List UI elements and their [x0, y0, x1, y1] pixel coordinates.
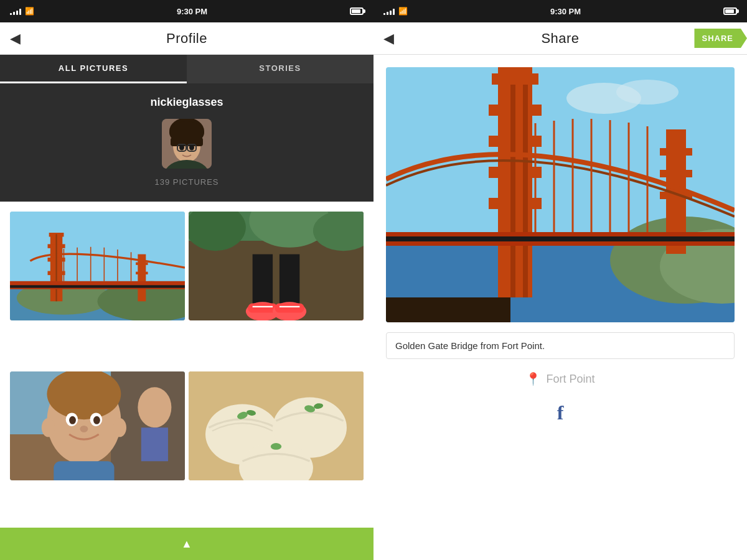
- photo-food[interactable]: [189, 371, 364, 480]
- svg-rect-4: [171, 138, 203, 146]
- back-button-profile[interactable]: ◀: [10, 30, 21, 47]
- svg-point-5: [179, 145, 184, 151]
- svg-rect-79: [523, 80, 528, 297]
- svg-point-52: [93, 416, 100, 424]
- page-title-share: Share: [541, 30, 579, 47]
- svg-rect-21: [136, 263, 148, 265]
- profile-username: nickieglasses: [150, 96, 223, 109]
- tab-all-pictures[interactable]: ALL PICTURES: [0, 55, 187, 83]
- photo-golden-gate[interactable]: [10, 212, 185, 320]
- status-time-left: 9:30 PM: [177, 7, 207, 16]
- profile-section: nickieglasses: [0, 83, 374, 202]
- svg-rect-58: [141, 427, 168, 461]
- svg-rect-24: [10, 285, 185, 287]
- svg-rect-83: [660, 148, 692, 156]
- nav-bar-share: ◀ Share SHARE: [374, 22, 747, 55]
- share-caption-container: [386, 332, 735, 359]
- battery-icon: [350, 7, 364, 15]
- right-phone: 📶 9:30 PM ◀ Share SHARE: [374, 0, 747, 560]
- back-button-share[interactable]: ◀: [383, 30, 394, 47]
- photo-shoes[interactable]: [189, 212, 364, 320]
- svg-rect-81: [498, 67, 532, 76]
- location-name: Fort Point: [546, 373, 594, 386]
- svg-point-68: [271, 443, 281, 450]
- svg-rect-95: [386, 297, 510, 322]
- food-art: [189, 371, 364, 480]
- svg-rect-37: [280, 254, 299, 308]
- svg-point-6: [189, 145, 194, 151]
- nav-bar-profile: ◀ Profile: [0, 22, 374, 55]
- page-title-profile: Profile: [166, 30, 207, 47]
- share-social: f: [374, 401, 747, 424]
- status-bar-right-right: [723, 7, 737, 15]
- signal-bars: [10, 7, 21, 15]
- status-bar-right-left: 📶: [383, 7, 408, 16]
- up-arrow-icon: ▲: [181, 538, 192, 551]
- caption-input[interactable]: [386, 332, 735, 359]
- svg-rect-78: [510, 80, 515, 297]
- svg-rect-41: [275, 303, 304, 312]
- golden-gate-art: [10, 212, 185, 320]
- svg-rect-36: [253, 254, 273, 308]
- kid-art: [10, 371, 185, 480]
- share-content: 📍 Fort Point f: [374, 55, 747, 560]
- share-photo-art: [386, 67, 735, 322]
- wifi-icon: 📶: [25, 7, 34, 16]
- shoes-art: [189, 212, 364, 320]
- status-bar-left: 📶 9:30 PM: [0, 0, 374, 22]
- profile-pic-count: 139 PICTURES: [154, 177, 218, 187]
- photo-grid: [0, 202, 374, 528]
- svg-point-97: [616, 80, 679, 105]
- svg-rect-84: [660, 170, 692, 177]
- status-bar-right-section: [350, 7, 364, 15]
- share-photo[interactable]: [386, 67, 735, 322]
- svg-point-53: [42, 418, 55, 437]
- share-location[interactable]: 📍 Fort Point: [374, 371, 747, 386]
- photo-kid[interactable]: [10, 371, 185, 480]
- svg-point-54: [113, 418, 126, 437]
- tabs-container: ALL PICTURES STORIES: [0, 55, 374, 83]
- profile-avatar[interactable]: [162, 119, 212, 169]
- status-bar-left-section: 📶: [10, 7, 34, 16]
- svg-point-55: [80, 426, 88, 432]
- battery-icon-right: [723, 7, 737, 15]
- share-photo-container: [374, 55, 747, 322]
- status-time-right: 9:30 PM: [550, 7, 581, 16]
- svg-rect-56: [54, 461, 114, 480]
- status-bar-right: 📶 9:30 PM: [374, 0, 747, 22]
- location-pin-icon: 📍: [525, 371, 541, 386]
- left-phone: 📶 9:30 PM ◀ Profile ALL PICTURES STORIES…: [0, 0, 374, 560]
- tab-stories[interactable]: STORIES: [187, 55, 374, 83]
- signal-bars-right: [383, 7, 395, 15]
- svg-rect-87: [386, 236, 735, 241]
- share-button[interactable]: SHARE: [694, 29, 747, 48]
- svg-point-51: [69, 416, 76, 424]
- svg-point-57: [138, 387, 171, 427]
- avatar-svg: [162, 119, 212, 169]
- wifi-icon-right: 📶: [398, 7, 408, 16]
- svg-rect-22: [136, 272, 148, 274]
- bottom-bar[interactable]: ▲: [0, 528, 374, 560]
- facebook-icon[interactable]: f: [557, 401, 564, 424]
